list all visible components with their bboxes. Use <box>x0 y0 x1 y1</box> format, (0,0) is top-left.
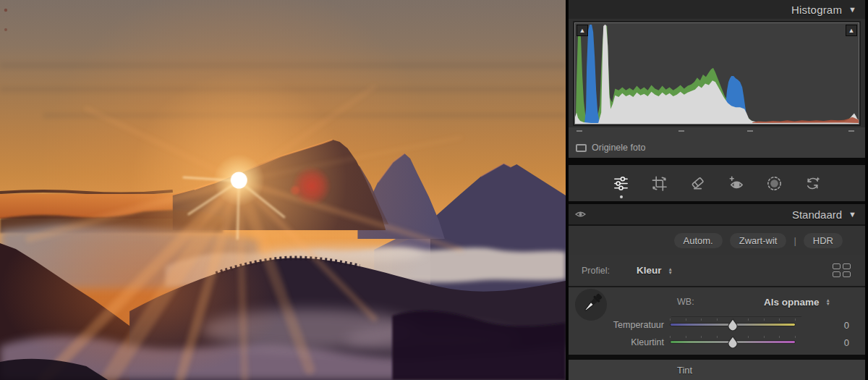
button-separator: | <box>793 235 796 246</box>
histogram-display[interactable]: ▲ ▲ <box>574 22 859 124</box>
highlight-clip-icon: ▲ <box>848 27 855 34</box>
arrow-down-glyph: ▼ <box>668 271 672 274</box>
tone-section-label: Tint <box>677 365 692 376</box>
basic-panel-title: Standaard <box>792 208 842 221</box>
profile-browser-button[interactable] <box>833 263 851 277</box>
highlights-tick <box>747 130 753 132</box>
original-photo-checkbox[interactable] <box>576 144 587 152</box>
temperature-slider-row: Temperatuur 0 <box>569 316 865 334</box>
histogram-collapse-icon[interactable]: ▼ <box>842 5 865 14</box>
histogram-title: Histogram <box>791 4 842 16</box>
treatment-buttons-row: Autom. Zwart-wit | HDR <box>569 226 865 255</box>
crop-tool-button[interactable] <box>651 174 668 192</box>
develop-right-panel: Histogram ▼ ▲ ▲ <box>569 0 865 380</box>
basic-collapse-icon[interactable]: ▼ <box>842 210 865 219</box>
white-balance-eyedropper[interactable] <box>575 289 607 321</box>
exposure-tick <box>678 130 684 132</box>
section-gap <box>569 158 865 165</box>
tone-section-row: Tint <box>569 360 865 380</box>
hdr-button[interactable]: HDR <box>804 233 843 248</box>
blacks-tick <box>576 130 582 132</box>
wb-value: Als opname <box>764 297 820 308</box>
refresh-sparkle-icon <box>804 175 821 192</box>
red-eye-tool-button[interactable] <box>728 174 745 192</box>
healing-tool-button[interactable] <box>689 174 707 192</box>
temperature-slider[interactable] <box>670 316 796 334</box>
dropdown-arrows-icon[interactable]: ▲ ▼ <box>668 267 672 274</box>
sunrise-photo <box>0 0 566 380</box>
sliders-icon <box>613 175 629 192</box>
grid-cell <box>843 271 851 277</box>
red-eye-icon <box>728 175 744 192</box>
profile-row: Profiel: Kleur ▲ ▼ <box>569 255 865 286</box>
basic-panel-header[interactable]: Standaard ▼ <box>569 204 865 224</box>
temperature-label: Temperatuur <box>569 320 670 330</box>
edit-tool-button[interactable] <box>613 174 630 192</box>
histogram-region-ticks <box>569 127 865 138</box>
tint-label: Kleurtint <box>569 337 670 347</box>
tint-thumb[interactable] <box>727 335 739 349</box>
photo-canvas[interactable] <box>0 0 569 380</box>
eraser-icon <box>689 175 706 192</box>
tool-strip <box>569 165 865 201</box>
crop-icon <box>651 175 668 192</box>
tint-value[interactable]: 0 <box>836 337 865 348</box>
shadow-clip-icon: ▲ <box>579 27 586 34</box>
wb-row: WB: Als opname ▲ ▼ <box>569 287 865 316</box>
eyedropper-icon <box>575 289 607 321</box>
original-photo-row: Originele foto <box>569 138 865 158</box>
auto-button[interactable]: Autom. <box>674 233 723 248</box>
sync-tool-button[interactable] <box>804 174 822 192</box>
tint-slider-row: Kleurtint 0 <box>569 334 865 351</box>
grid-cell <box>833 263 841 269</box>
grid-cell <box>833 271 841 277</box>
original-photo-label: Originele foto <box>592 143 645 153</box>
profile-label: Profiel: <box>582 266 610 276</box>
white-balance-section: WB: Als opname ▲ ▼ Temperatuur <box>569 287 865 355</box>
temperature-thumb[interactable] <box>727 318 739 332</box>
wb-dropdown[interactable]: Als opname ▲ ▼ <box>764 297 830 308</box>
tint-slider[interactable] <box>670 334 796 351</box>
profile-dropdown[interactable]: Kleur <box>637 265 662 276</box>
masking-icon <box>766 175 783 192</box>
black-white-button[interactable]: Zwart-wit <box>730 233 787 248</box>
highlight-clipping-indicator[interactable]: ▲ <box>846 25 857 36</box>
section-gap <box>569 355 865 360</box>
histogram-area: ▲ ▲ <box>569 19 865 127</box>
eye-icon <box>575 210 586 219</box>
wb-label: WB: <box>677 297 694 307</box>
panel-switch[interactable] <box>569 210 586 219</box>
histogram-graph <box>575 23 859 124</box>
temperature-value[interactable]: 0 <box>836 320 865 331</box>
lightroom-develop-window: Histogram ▼ ▲ ▲ <box>0 0 868 380</box>
histogram-panel-header[interactable]: Histogram ▼ <box>569 0 865 19</box>
dropdown-arrows-icon: ▲ ▼ <box>826 298 830 305</box>
shadow-clipping-indicator[interactable]: ▲ <box>576 25 588 36</box>
whites-tick <box>848 130 854 132</box>
arrow-down-glyph: ▼ <box>826 302 830 305</box>
grid-cell <box>843 263 851 269</box>
masking-tool-button[interactable] <box>766 174 783 192</box>
